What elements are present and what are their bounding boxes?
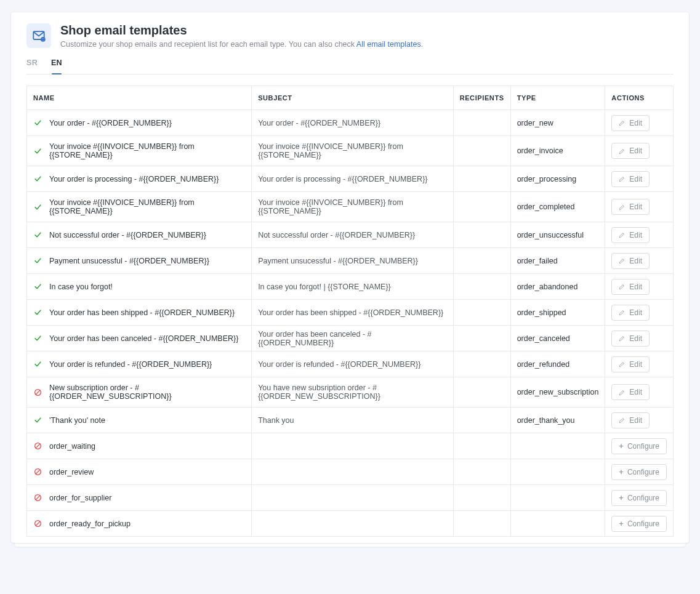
- tab-en[interactable]: EN: [51, 57, 62, 74]
- edit-button[interactable]: Edit: [611, 356, 650, 372]
- pencil-icon: [619, 148, 626, 155]
- template-name: Payment unsucessful - #{{ORDER_NUMBER}}: [49, 257, 209, 265]
- email-templates-card: Shop email templates Customize your shop…: [11, 12, 689, 543]
- plus-icon: +: [619, 520, 624, 528]
- template-subject: [252, 433, 453, 459]
- pencil-icon: [619, 175, 626, 182]
- template-actions: Edit: [605, 407, 674, 433]
- template-name: order_for_supplier: [49, 494, 111, 502]
- edit-button[interactable]: Edit: [611, 331, 650, 347]
- template-actions: Edit: [605, 192, 674, 222]
- svg-line-11: [36, 521, 40, 526]
- template-type: order_shipped: [511, 300, 606, 326]
- table-row: order_for_supplier+Configure: [26, 485, 674, 511]
- table-row: order_ready_for_pickup+Configure: [26, 511, 674, 537]
- all-email-templates-link[interactable]: All email templates: [356, 40, 421, 49]
- template-subject: [252, 511, 453, 537]
- pencil-icon: [619, 283, 626, 290]
- template-recipients: [454, 222, 511, 248]
- template-type: order_completed: [511, 192, 606, 222]
- table-row: New subscription order - #{{ORDER_NEW_SU…: [26, 377, 674, 407]
- template-type: order_thank_you: [511, 407, 606, 433]
- template-name: order_ready_for_pickup: [49, 520, 131, 528]
- pencil-icon: [619, 309, 626, 316]
- edit-button[interactable]: Edit: [611, 199, 650, 215]
- template-name: Your order is processing - #{{ORDER_NUMB…: [49, 175, 219, 183]
- check-icon: [33, 147, 42, 155]
- tab-sr[interactable]: SR: [26, 57, 38, 74]
- edit-button[interactable]: Edit: [611, 384, 650, 400]
- template-recipients: [454, 459, 511, 485]
- template-recipients: [454, 433, 511, 459]
- pencil-icon: [619, 335, 626, 342]
- table-row: Payment unsucessful - #{{ORDER_NUMBER}}P…: [26, 248, 674, 274]
- edit-button[interactable]: Edit: [611, 253, 650, 269]
- pencil-icon: [619, 417, 626, 423]
- col-subject: SUBJECT: [252, 86, 453, 110]
- edit-button[interactable]: Edit: [611, 171, 650, 187]
- template-actions: +Configure: [605, 511, 674, 537]
- configure-button[interactable]: +Configure: [611, 516, 667, 532]
- table-row: 'Thank you' noteThank youorder_thank_you…: [26, 407, 674, 433]
- edit-button[interactable]: Edit: [611, 305, 650, 321]
- pencil-icon: [619, 361, 626, 367]
- template-recipients: [454, 248, 511, 274]
- template-actions: Edit: [605, 377, 674, 407]
- template-type: order_processing: [511, 166, 606, 192]
- table-row: Your order is processing - #{{ORDER_NUMB…: [26, 166, 674, 192]
- template-subject: Thank you: [252, 407, 453, 433]
- table-row: Your invoice #{{INVOICE_NUMBER}} from {{…: [26, 192, 674, 222]
- template-recipients: [454, 377, 511, 407]
- template-actions: Edit: [605, 110, 674, 136]
- check-icon: [33, 308, 42, 316]
- edit-button[interactable]: Edit: [611, 412, 650, 428]
- col-actions: ACTIONS: [605, 86, 674, 110]
- template-type: [511, 433, 606, 459]
- configure-button[interactable]: +Configure: [611, 438, 667, 454]
- template-type: [511, 459, 606, 485]
- template-name: Your order has been shipped - #{{ORDER_N…: [49, 308, 235, 317]
- template-recipients: [454, 136, 511, 166]
- svg-line-7: [36, 470, 40, 474]
- configure-button[interactable]: +Configure: [611, 490, 667, 506]
- table-row: order_waiting+Configure: [26, 433, 674, 459]
- template-subject: Not successful order - #{{ORDER_NUMBER}}: [252, 222, 453, 248]
- template-subject: Your order has been shipped - #{{ORDER_N…: [252, 300, 453, 326]
- template-subject: Your order - #{{ORDER_NUMBER}}: [252, 110, 453, 136]
- configure-button[interactable]: +Configure: [611, 464, 667, 480]
- template-name: Your order has been canceled - #{{ORDER_…: [49, 334, 238, 343]
- plus-icon: +: [619, 494, 624, 502]
- pencil-icon: [619, 231, 626, 238]
- template-name: Not successful order - #{{ORDER_NUMBER}}: [49, 231, 206, 239]
- email-icon: [26, 23, 51, 48]
- page-subtitle: Customize your shop emails and recepient…: [60, 40, 423, 49]
- template-actions: +Configure: [605, 433, 674, 459]
- blocked-icon: [33, 520, 42, 528]
- pencil-icon: [619, 119, 626, 126]
- template-subject: Payment unsucessful - #{{ORDER_NUMBER}}: [252, 248, 453, 274]
- check-icon: [33, 416, 42, 424]
- blocked-icon: [33, 494, 42, 502]
- edit-button[interactable]: Edit: [611, 143, 650, 159]
- template-subject: Your order has been canceled - #{{ORDER_…: [252, 326, 453, 351]
- template-recipients: [454, 300, 511, 326]
- template-type: order_invoice: [511, 136, 606, 166]
- template-actions: Edit: [605, 300, 674, 326]
- edit-button[interactable]: Edit: [611, 227, 650, 243]
- table-row: order_review+Configure: [26, 459, 674, 485]
- template-actions: Edit: [605, 274, 674, 300]
- pencil-icon: [619, 257, 626, 264]
- check-icon: [33, 231, 42, 239]
- template-recipients: [454, 407, 511, 433]
- subtitle-text: Customize your shop emails and recepient…: [60, 40, 356, 49]
- template-type: order_new_subscription: [511, 377, 606, 407]
- template-actions: Edit: [605, 326, 674, 351]
- check-icon: [33, 283, 42, 291]
- template-type: order_abandoned: [511, 274, 606, 300]
- template-actions: Edit: [605, 248, 674, 274]
- template-subject: Your invoice #{{INVOICE_NUMBER}} from {{…: [252, 192, 453, 222]
- template-name: In case you forgot!: [49, 283, 113, 291]
- template-type: order_failed: [511, 248, 606, 274]
- edit-button[interactable]: Edit: [611, 115, 650, 131]
- edit-button[interactable]: Edit: [611, 279, 650, 295]
